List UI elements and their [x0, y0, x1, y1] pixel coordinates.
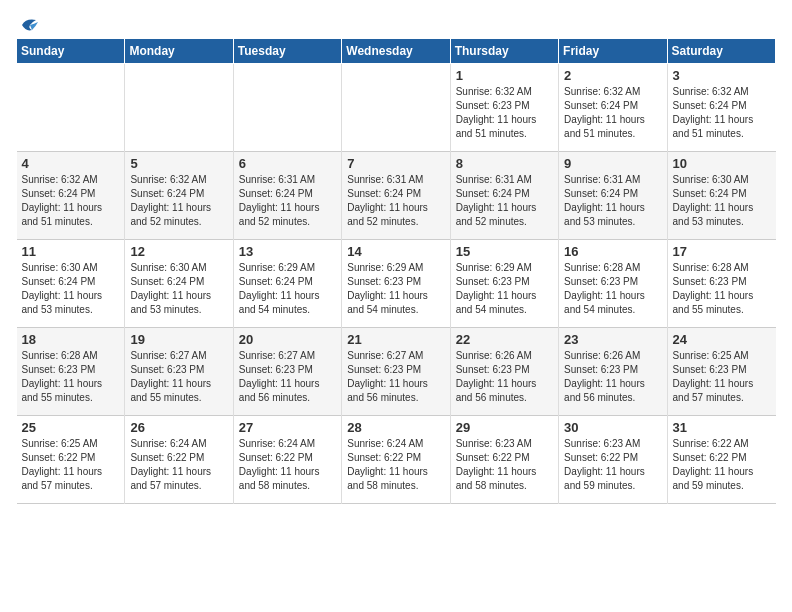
header-wednesday: Wednesday: [342, 39, 450, 64]
cell-sunrise: Sunrise: 6:24 AM: [239, 438, 315, 449]
day-number: 29: [456, 420, 553, 435]
cell-daylight: Daylight: 11 hours and 54 minutes.: [239, 290, 320, 315]
cell-sunset: Sunset: 6:23 PM: [347, 276, 421, 287]
calendar-cell: 13 Sunrise: 6:29 AM Sunset: 6:24 PM Dayl…: [233, 240, 341, 328]
cell-daylight: Daylight: 11 hours and 51 minutes.: [456, 114, 537, 139]
cell-sunrise: Sunrise: 6:32 AM: [456, 86, 532, 97]
calendar-cell: 1 Sunrise: 6:32 AM Sunset: 6:23 PM Dayli…: [450, 64, 558, 152]
day-number: 26: [130, 420, 227, 435]
cell-sunset: Sunset: 6:22 PM: [456, 452, 530, 463]
logo: [16, 16, 40, 30]
calendar-cell: 8 Sunrise: 6:31 AM Sunset: 6:24 PM Dayli…: [450, 152, 558, 240]
day-number: 20: [239, 332, 336, 347]
calendar-cell: [342, 64, 450, 152]
calendar-cell: 5 Sunrise: 6:32 AM Sunset: 6:24 PM Dayli…: [125, 152, 233, 240]
day-number: 15: [456, 244, 553, 259]
cell-sunset: Sunset: 6:23 PM: [564, 276, 638, 287]
calendar-cell: 22 Sunrise: 6:26 AM Sunset: 6:23 PM Dayl…: [450, 328, 558, 416]
day-number: 25: [22, 420, 120, 435]
cell-daylight: Daylight: 11 hours and 59 minutes.: [673, 466, 754, 491]
cell-sunrise: Sunrise: 6:31 AM: [347, 174, 423, 185]
cell-sunset: Sunset: 6:22 PM: [239, 452, 313, 463]
cell-sunset: Sunset: 6:23 PM: [456, 364, 530, 375]
day-number: 30: [564, 420, 661, 435]
cell-daylight: Daylight: 11 hours and 53 minutes.: [673, 202, 754, 227]
cell-sunrise: Sunrise: 6:30 AM: [22, 262, 98, 273]
cell-daylight: Daylight: 11 hours and 57 minutes.: [673, 378, 754, 403]
cell-sunset: Sunset: 6:24 PM: [347, 188, 421, 199]
header-saturday: Saturday: [667, 39, 775, 64]
page-header: [16, 16, 776, 30]
header-tuesday: Tuesday: [233, 39, 341, 64]
day-number: 4: [22, 156, 120, 171]
day-number: 7: [347, 156, 444, 171]
cell-daylight: Daylight: 11 hours and 57 minutes.: [22, 466, 103, 491]
calendar-cell: 30 Sunrise: 6:23 AM Sunset: 6:22 PM Dayl…: [559, 416, 667, 504]
cell-sunrise: Sunrise: 6:28 AM: [22, 350, 98, 361]
cell-sunrise: Sunrise: 6:31 AM: [239, 174, 315, 185]
cell-sunset: Sunset: 6:23 PM: [130, 364, 204, 375]
calendar-cell: 31 Sunrise: 6:22 AM Sunset: 6:22 PM Dayl…: [667, 416, 775, 504]
cell-sunset: Sunset: 6:24 PM: [673, 188, 747, 199]
calendar-header-row: SundayMondayTuesdayWednesdayThursdayFrid…: [17, 39, 776, 64]
cell-daylight: Daylight: 11 hours and 51 minutes.: [22, 202, 103, 227]
logo-bird-icon: [18, 16, 40, 34]
calendar-table: SundayMondayTuesdayWednesdayThursdayFrid…: [16, 38, 776, 504]
cell-daylight: Daylight: 11 hours and 56 minutes.: [456, 378, 537, 403]
cell-daylight: Daylight: 11 hours and 58 minutes.: [347, 466, 428, 491]
calendar-cell: 18 Sunrise: 6:28 AM Sunset: 6:23 PM Dayl…: [17, 328, 125, 416]
cell-sunset: Sunset: 6:24 PM: [22, 188, 96, 199]
cell-sunrise: Sunrise: 6:28 AM: [673, 262, 749, 273]
header-monday: Monday: [125, 39, 233, 64]
cell-daylight: Daylight: 11 hours and 51 minutes.: [564, 114, 645, 139]
cell-daylight: Daylight: 11 hours and 56 minutes.: [347, 378, 428, 403]
cell-sunrise: Sunrise: 6:32 AM: [130, 174, 206, 185]
cell-sunset: Sunset: 6:24 PM: [239, 276, 313, 287]
day-number: 8: [456, 156, 553, 171]
calendar-cell: 4 Sunrise: 6:32 AM Sunset: 6:24 PM Dayli…: [17, 152, 125, 240]
day-number: 27: [239, 420, 336, 435]
cell-sunrise: Sunrise: 6:23 AM: [456, 438, 532, 449]
calendar-week-2: 11 Sunrise: 6:30 AM Sunset: 6:24 PM Dayl…: [17, 240, 776, 328]
calendar-cell: 6 Sunrise: 6:31 AM Sunset: 6:24 PM Dayli…: [233, 152, 341, 240]
cell-sunset: Sunset: 6:24 PM: [239, 188, 313, 199]
cell-sunset: Sunset: 6:24 PM: [22, 276, 96, 287]
cell-sunrise: Sunrise: 6:26 AM: [564, 350, 640, 361]
cell-daylight: Daylight: 11 hours and 51 minutes.: [673, 114, 754, 139]
day-number: 23: [564, 332, 661, 347]
calendar-cell: 3 Sunrise: 6:32 AM Sunset: 6:24 PM Dayli…: [667, 64, 775, 152]
day-number: 31: [673, 420, 771, 435]
calendar-cell: 15 Sunrise: 6:29 AM Sunset: 6:23 PM Dayl…: [450, 240, 558, 328]
day-number: 6: [239, 156, 336, 171]
calendar-cell: 10 Sunrise: 6:30 AM Sunset: 6:24 PM Dayl…: [667, 152, 775, 240]
day-number: 11: [22, 244, 120, 259]
calendar-week-1: 4 Sunrise: 6:32 AM Sunset: 6:24 PM Dayli…: [17, 152, 776, 240]
calendar-cell: 28 Sunrise: 6:24 AM Sunset: 6:22 PM Dayl…: [342, 416, 450, 504]
day-number: 24: [673, 332, 771, 347]
cell-sunrise: Sunrise: 6:29 AM: [239, 262, 315, 273]
calendar-cell: 2 Sunrise: 6:32 AM Sunset: 6:24 PM Dayli…: [559, 64, 667, 152]
cell-sunrise: Sunrise: 6:28 AM: [564, 262, 640, 273]
cell-daylight: Daylight: 11 hours and 54 minutes.: [564, 290, 645, 315]
cell-sunrise: Sunrise: 6:23 AM: [564, 438, 640, 449]
calendar-cell: [17, 64, 125, 152]
calendar-cell: 25 Sunrise: 6:25 AM Sunset: 6:22 PM Dayl…: [17, 416, 125, 504]
cell-sunset: Sunset: 6:24 PM: [456, 188, 530, 199]
calendar-cell: [233, 64, 341, 152]
day-number: 9: [564, 156, 661, 171]
cell-daylight: Daylight: 11 hours and 53 minutes.: [130, 290, 211, 315]
cell-sunrise: Sunrise: 6:32 AM: [22, 174, 98, 185]
cell-sunrise: Sunrise: 6:24 AM: [347, 438, 423, 449]
cell-sunset: Sunset: 6:22 PM: [130, 452, 204, 463]
cell-daylight: Daylight: 11 hours and 58 minutes.: [456, 466, 537, 491]
cell-sunset: Sunset: 6:23 PM: [673, 276, 747, 287]
cell-sunrise: Sunrise: 6:32 AM: [564, 86, 640, 97]
cell-daylight: Daylight: 11 hours and 52 minutes.: [456, 202, 537, 227]
cell-sunrise: Sunrise: 6:25 AM: [22, 438, 98, 449]
day-number: 14: [347, 244, 444, 259]
calendar-cell: 29 Sunrise: 6:23 AM Sunset: 6:22 PM Dayl…: [450, 416, 558, 504]
cell-sunset: Sunset: 6:24 PM: [130, 188, 204, 199]
cell-sunrise: Sunrise: 6:27 AM: [347, 350, 423, 361]
cell-sunset: Sunset: 6:23 PM: [22, 364, 96, 375]
cell-sunset: Sunset: 6:24 PM: [564, 188, 638, 199]
